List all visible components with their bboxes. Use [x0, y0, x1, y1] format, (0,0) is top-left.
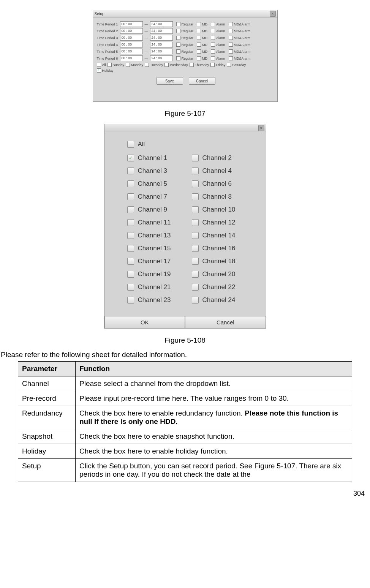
- checkbox-channel[interactable]: [192, 180, 199, 187]
- checkbox-md[interactable]: [197, 36, 201, 40]
- checkbox-regular[interactable]: [176, 56, 180, 60]
- checkbox-alarm[interactable]: [211, 36, 215, 40]
- checkbox-channel[interactable]: [192, 258, 199, 265]
- checkbox-md&alarm[interactable]: [229, 22, 233, 26]
- table-cell-func: Click the Setup button, you can set reco…: [76, 459, 352, 482]
- time-start-input[interactable]: 00 : 00: [120, 49, 143, 54]
- time-end-input[interactable]: 24 : 00: [150, 49, 173, 54]
- checkbox-day[interactable]: [190, 63, 194, 67]
- checkbox-md[interactable]: [197, 29, 201, 33]
- table-cell-param: Pre-record: [18, 391, 76, 406]
- table-cell-func: Please input pre-record time here. The v…: [76, 391, 352, 406]
- checkbox-channel[interactable]: [127, 258, 134, 265]
- checkbox-holiday[interactable]: [97, 68, 101, 73]
- channel-label: Channel 6: [202, 180, 232, 188]
- checkbox-channel[interactable]: [127, 245, 134, 252]
- cancel-button[interactable]: Cancel: [189, 77, 215, 85]
- checkbox-channel[interactable]: [127, 168, 134, 174]
- checkbox-channel[interactable]: [127, 297, 134, 303]
- checkbox-day[interactable]: [97, 63, 101, 67]
- checkbox-channel[interactable]: [127, 271, 134, 278]
- channel-label: Channel 3: [138, 167, 168, 175]
- checkbox-alarm[interactable]: [211, 56, 215, 60]
- checkbox-md&alarm[interactable]: [229, 56, 233, 60]
- checkbox-channel[interactable]: [127, 284, 134, 291]
- checkbox-alarm[interactable]: [211, 22, 215, 26]
- channel-label: Channel 7: [138, 193, 168, 201]
- parameter-table: Parameter Function ChannelPlease select …: [18, 361, 352, 482]
- checkbox-regular[interactable]: [176, 22, 180, 26]
- period-label: Time Period 3: [97, 36, 119, 40]
- table-cell-param: Holiday: [18, 444, 76, 459]
- checkbox-channel[interactable]: [127, 219, 134, 226]
- time-start-input[interactable]: 00 : 00: [120, 42, 143, 47]
- save-button[interactable]: Save: [157, 77, 183, 85]
- channel-label: Channel 20: [202, 270, 236, 278]
- time-end-input[interactable]: 24 : 00: [150, 55, 173, 61]
- checkbox-day[interactable]: [126, 63, 130, 67]
- channel-label: Channel 24: [202, 296, 236, 304]
- channel-label: Channel 11: [138, 219, 171, 226]
- checkbox-md&alarm[interactable]: [229, 29, 233, 33]
- time-end-input[interactable]: 24 : 00: [150, 35, 173, 41]
- checkbox-alarm[interactable]: [211, 43, 215, 47]
- time-end-input[interactable]: 24 : 00: [150, 42, 173, 47]
- checkbox-md[interactable]: [197, 56, 201, 60]
- checkbox-day[interactable]: [145, 63, 149, 67]
- checkbox-channel[interactable]: [192, 155, 199, 161]
- checkbox-regular[interactable]: [176, 29, 180, 33]
- checkbox-channel[interactable]: [192, 168, 199, 174]
- checkbox-alarm[interactable]: [211, 29, 215, 33]
- checkbox-channel[interactable]: [192, 219, 199, 226]
- table-cell-param: Snapshot: [18, 429, 76, 444]
- checkbox-md[interactable]: [197, 22, 201, 26]
- time-end-input[interactable]: 24 : 00: [150, 28, 173, 34]
- table-cell-func: Check the box here to enable holiday fun…: [76, 444, 352, 459]
- checkbox-regular[interactable]: [176, 36, 180, 40]
- close-icon[interactable]: ×: [270, 11, 276, 17]
- checkbox-md[interactable]: [197, 43, 201, 47]
- channel-dialog: × All Channel 1Channel 2Channel 3Channel…: [104, 124, 266, 329]
- checkbox-channel[interactable]: [127, 155, 134, 161]
- checkbox-all[interactable]: [127, 141, 134, 148]
- checkbox-channel[interactable]: [127, 180, 134, 187]
- time-start-input[interactable]: 00 : 00: [120, 28, 143, 34]
- cancel-button[interactable]: Cancel: [185, 316, 266, 328]
- ok-button[interactable]: OK: [104, 316, 185, 328]
- time-start-input[interactable]: 00 : 00: [120, 35, 143, 41]
- channel-label: Channel 4: [202, 167, 232, 175]
- checkbox-md&alarm[interactable]: [229, 43, 233, 47]
- checkbox-channel[interactable]: [192, 232, 199, 239]
- checkbox-channel[interactable]: [192, 245, 199, 252]
- checkbox-channel[interactable]: [192, 271, 199, 278]
- checkbox-channel[interactable]: [192, 206, 199, 213]
- channel-label: Channel 5: [138, 180, 168, 188]
- checkbox-day[interactable]: [227, 63, 231, 67]
- channel-label: Channel 14: [202, 232, 236, 239]
- channel-label: Channel 21: [138, 283, 171, 291]
- close-icon[interactable]: ×: [258, 125, 264, 131]
- checkbox-channel[interactable]: [127, 206, 134, 213]
- checkbox-channel[interactable]: [127, 193, 134, 200]
- checkbox-day[interactable]: [108, 63, 112, 67]
- checkbox-channel[interactable]: [192, 297, 199, 303]
- period-label: Time Period 6: [97, 57, 119, 60]
- checkbox-day[interactable]: [210, 63, 215, 67]
- checkbox-regular[interactable]: [176, 49, 180, 54]
- checkbox-channel[interactable]: [192, 193, 199, 200]
- checkbox-md&alarm[interactable]: [229, 49, 233, 54]
- time-start-input[interactable]: 00 : 00: [120, 55, 143, 61]
- channel-label: Channel 2: [202, 154, 232, 162]
- checkbox-channel[interactable]: [192, 284, 199, 291]
- setup-titlebar: Setup ×: [93, 10, 277, 17]
- checkbox-day[interactable]: [164, 63, 169, 67]
- checkbox-alarm[interactable]: [211, 49, 215, 54]
- checkbox-channel[interactable]: [127, 232, 134, 239]
- time-end-input[interactable]: 24 : 00: [150, 21, 173, 27]
- checkbox-md&alarm[interactable]: [229, 36, 233, 40]
- time-start-input[interactable]: 00 : 00: [120, 21, 143, 27]
- checkbox-regular[interactable]: [176, 43, 180, 47]
- checkbox-md[interactable]: [197, 49, 201, 54]
- channel-label: Channel 16: [202, 245, 236, 252]
- channel-titlebar: ×: [104, 124, 266, 132]
